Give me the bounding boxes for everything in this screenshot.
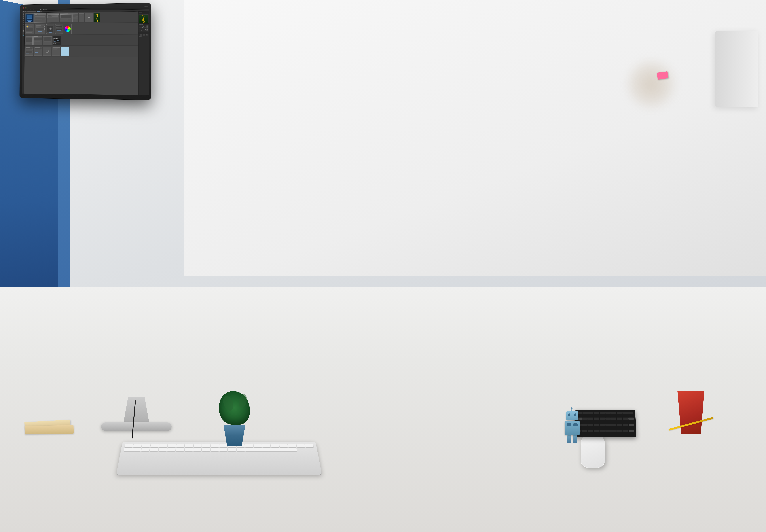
key[interactable]: [176, 444, 185, 447]
slider-value-3[interactable]: 7K: [146, 29, 148, 30]
mouse[interactable]: [581, 432, 605, 468]
key[interactable]: [133, 444, 142, 447]
align-val-2[interactable]: 11: [143, 34, 145, 35]
calc-key[interactable]: [588, 423, 593, 426]
calc-key[interactable]: [611, 423, 616, 426]
align-val-1[interactable]: 63: [140, 34, 142, 35]
menu-transparent[interactable]: Transparent: [43, 9, 47, 10]
key[interactable]: [211, 448, 219, 451]
calc-key[interactable]: [594, 417, 599, 420]
align-val-4[interactable]: 7K: [140, 36, 142, 37]
menu-angle[interactable]: Angle: [40, 9, 42, 10]
list-tab[interactable]: List: [139, 12, 142, 13]
tool-arrow[interactable]: ↖: [23, 13, 24, 15]
key[interactable]: [211, 444, 219, 447]
menu-edit[interactable]: Edit: [25, 9, 26, 10]
calc-key[interactable]: [582, 412, 588, 414]
tool-shapes[interactable]: ■: [23, 17, 24, 19]
tool-node[interactable]: ◈: [22, 28, 24, 30]
calc-key[interactable]: [629, 423, 634, 426]
key-delete[interactable]: [305, 444, 314, 447]
calc-key[interactable]: [617, 430, 623, 432]
toolbar-active[interactable]: [37, 11, 40, 12]
tool-search[interactable]: 🔍: [23, 15, 24, 17]
calc-key[interactable]: [611, 412, 616, 414]
key[interactable]: [167, 448, 176, 451]
key[interactable]: [288, 444, 296, 447]
toolbar-selection[interactable]: Selection: [23, 11, 27, 12]
calc-key[interactable]: [582, 423, 587, 426]
calc-key[interactable]: [594, 430, 599, 432]
key[interactable]: [271, 444, 279, 447]
slider-value-2[interactable]: 11: [146, 27, 148, 28]
calc-key[interactable]: [588, 417, 593, 420]
tool-dropper[interactable]: 💧: [22, 34, 24, 36]
key[interactable]: [150, 444, 159, 447]
key[interactable]: [296, 444, 305, 447]
calc-key[interactable]: [582, 430, 587, 432]
key[interactable]: [185, 448, 193, 451]
tool-rotate[interactable]: ↻: [22, 26, 24, 28]
key[interactable]: [159, 444, 167, 447]
calc-key[interactable]: [611, 430, 617, 432]
tool-fill[interactable]: ▲: [22, 32, 24, 34]
calc-key[interactable]: [623, 423, 628, 426]
calc-key[interactable]: [623, 430, 628, 432]
calc-key[interactable]: [628, 417, 634, 420]
key-tab[interactable]: [124, 448, 141, 451]
calc-key[interactable]: [629, 430, 634, 432]
slider-value-1[interactable]: 63: [146, 25, 148, 27]
calc-key[interactable]: [605, 412, 611, 414]
key[interactable]: [142, 444, 150, 447]
key[interactable]: [202, 448, 210, 451]
key[interactable]: [176, 448, 184, 451]
menu-square[interactable]: Square: [37, 9, 39, 10]
align-val-3[interactable]: 7K: [146, 34, 148, 35]
tool-gradient[interactable]: ⬜: [22, 30, 24, 32]
key[interactable]: [159, 448, 167, 451]
tool-crop[interactable]: ⊞: [23, 24, 24, 25]
canvas-area[interactable]: ✈ 🔒: [24, 12, 138, 95]
menu-view[interactable]: View: [27, 9, 29, 10]
key[interactable]: [185, 444, 193, 447]
toolbar-btn-3[interactable]: [34, 11, 36, 12]
toolbar-btn-1[interactable]: [28, 11, 31, 12]
key[interactable]: [125, 444, 133, 447]
traffic-light-green[interactable]: [26, 7, 27, 8]
key[interactable]: [279, 444, 288, 447]
calc-key[interactable]: [600, 412, 605, 414]
traffic-light-red[interactable]: [23, 7, 24, 8]
key[interactable]: [219, 448, 228, 451]
toolbar-btn-2[interactable]: [31, 11, 34, 12]
calc-key[interactable]: [599, 423, 605, 426]
key[interactable]: [228, 448, 236, 451]
tool-text[interactable]: T: [23, 22, 24, 23]
calc-key[interactable]: [611, 417, 616, 420]
key[interactable]: [150, 448, 158, 451]
slider-value-4[interactable]: 7K: [146, 30, 148, 31]
calc-key[interactable]: [617, 423, 622, 426]
calc-key[interactable]: [588, 412, 593, 414]
key[interactable]: [193, 448, 202, 451]
key[interactable]: [254, 444, 262, 447]
calc-key[interactable]: [599, 430, 605, 432]
calc-key[interactable]: [588, 430, 593, 432]
menu-file[interactable]: File: [23, 9, 24, 10]
calc-key[interactable]: [617, 417, 622, 420]
calc-key[interactable]: [582, 417, 588, 420]
traffic-light-yellow[interactable]: [25, 7, 26, 8]
calc-key[interactable]: [605, 417, 611, 420]
key[interactable]: [141, 448, 150, 451]
calc-key[interactable]: [617, 412, 622, 414]
calc-key[interactable]: [605, 430, 611, 432]
calc-key[interactable]: [628, 412, 633, 414]
menu-lighting[interactable]: Lighting: [33, 9, 36, 10]
tool-pen[interactable]: ✏: [23, 20, 24, 21]
key-space[interactable]: [245, 448, 297, 451]
key[interactable]: [262, 444, 270, 447]
calc-key[interactable]: [600, 417, 605, 420]
calc-key[interactable]: [622, 412, 628, 414]
calc-key[interactable]: [594, 412, 599, 414]
menu-option[interactable]: Option: [30, 9, 32, 10]
key[interactable]: [193, 444, 202, 447]
